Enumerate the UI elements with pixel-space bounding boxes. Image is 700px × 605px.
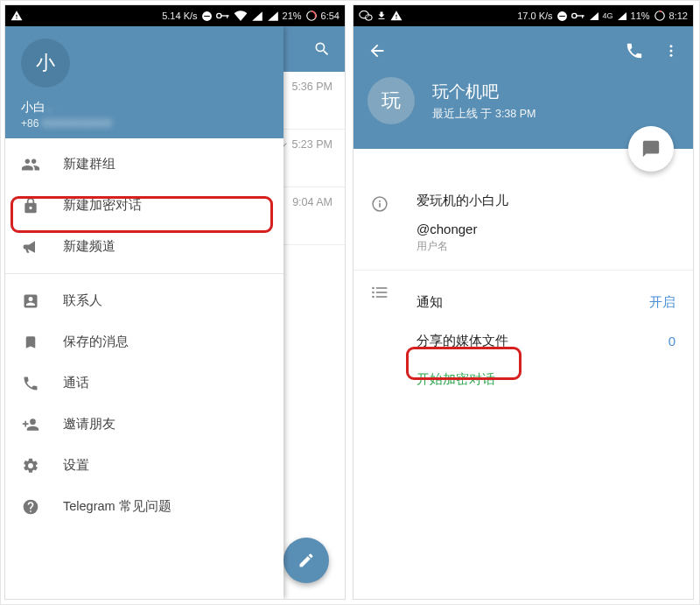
- profile-name: 玩个机吧: [432, 81, 536, 103]
- status-battery: 21%: [283, 11, 302, 21]
- profile-bio: 爱玩机的小白儿: [416, 193, 676, 209]
- person-add-icon: [21, 416, 40, 433]
- avatar[interactable]: 玩: [368, 77, 415, 124]
- phone-left: 5.14 K/s 21% 6:54 5:36 PM 5:23 PM )17) 1…: [4, 4, 346, 600]
- drawer-item-settings[interactable]: 设置: [5, 445, 284, 486]
- download-icon: [376, 10, 387, 22]
- notifications-label: 通知: [416, 294, 649, 311]
- drawer-item-invite[interactable]: 邀请朋友: [5, 404, 284, 445]
- status-battery: 11%: [631, 11, 650, 21]
- drawer-item-label: 通话: [63, 375, 89, 391]
- svg-point-24: [372, 287, 374, 290]
- phone-icon[interactable]: [625, 41, 644, 60]
- start-secret-chat[interactable]: 开始加密对话: [416, 360, 676, 398]
- minus-circle-icon: [556, 11, 568, 22]
- help-icon: [21, 498, 40, 516]
- drawer-item-saved[interactable]: 保存的消息: [5, 321, 284, 362]
- drawer-list: 新建群组 新建加密对话 新建频道 联系人 保存的消息: [5, 138, 284, 527]
- warning-icon: [390, 10, 402, 22]
- svg-rect-27: [376, 292, 388, 293]
- drawer-item-label: 新建频道: [63, 238, 116, 255]
- svg-rect-29: [376, 296, 388, 298]
- list-icon: [371, 283, 416, 398]
- drawer-item-label: 联系人: [63, 292, 102, 309]
- phone-right: 17.0 K/s 4G 11% 8:12 玩 玩个机吧 最近上线 于 3:38 …: [353, 4, 694, 600]
- drawer-item-faq[interactable]: Telegram 常见问题: [5, 486, 284, 527]
- username-label: 用户名: [416, 239, 676, 254]
- svg-point-20: [670, 54, 673, 57]
- key-icon: [571, 11, 585, 20]
- message-fab[interactable]: [628, 126, 674, 172]
- shared-media-label: 分享的媒体文件: [416, 333, 668, 349]
- signal-icon: [267, 11, 279, 21]
- drawer-item-label: Telegram 常见问题: [63, 498, 172, 515]
- shared-media-value: 0: [668, 334, 676, 348]
- drawer-item-new-group[interactable]: 新建群组: [5, 144, 284, 185]
- divider: [5, 273, 284, 274]
- phone-icon: [21, 375, 40, 392]
- start-secret-label: 开始加密对话: [416, 371, 495, 388]
- svg-point-26: [372, 292, 374, 294]
- drawer-item-label: 保存的消息: [63, 334, 129, 350]
- divider: [354, 270, 693, 271]
- gear-icon: [21, 457, 40, 475]
- svg-rect-16: [582, 15, 583, 18]
- battery-circle-icon: [305, 10, 318, 22]
- status-speed: 5.14 K/s: [162, 11, 197, 21]
- status-speed: 17.0 K/s: [517, 11, 552, 21]
- drawer-item-contacts[interactable]: 联系人: [5, 280, 284, 321]
- signal-icon: [589, 11, 599, 21]
- group-icon: [21, 155, 40, 174]
- megaphone-icon: [21, 238, 40, 256]
- svg-rect-4: [227, 15, 228, 18]
- profile-last-seen: 最近上线 于 3:38 PM: [432, 107, 536, 122]
- profile-username[interactable]: @chonger: [416, 222, 676, 236]
- drawer-item-label: 邀请朋友: [63, 416, 116, 433]
- svg-point-18: [670, 45, 673, 47]
- wechat-icon: [359, 10, 373, 22]
- svg-rect-22: [379, 203, 381, 208]
- shared-media-row[interactable]: 分享的媒体文件 0: [416, 321, 676, 360]
- drawer-phone: +86 000000000000: [21, 117, 268, 130]
- status-bar: 17.0 K/s 4G 11% 8:12: [354, 5, 693, 26]
- status-network: 4G: [603, 11, 613, 20]
- drawer-item-new-channel[interactable]: 新建频道: [5, 226, 284, 267]
- notifications-row[interactable]: 通知 开启: [416, 283, 676, 321]
- svg-point-19: [670, 50, 673, 53]
- notifications-value: 开启: [649, 294, 676, 311]
- nav-drawer: 小 小白.. +86 000000000000 新建群组 新建加密对话 新建频道: [5, 26, 284, 599]
- more-icon[interactable]: [663, 41, 679, 60]
- svg-rect-1: [204, 15, 210, 16]
- svg-point-14: [571, 13, 576, 18]
- pencil-icon: [298, 552, 315, 569]
- svg-point-2: [216, 13, 220, 18]
- warning-icon: [10, 10, 23, 22]
- drawer-item-label: 设置: [63, 457, 89, 474]
- status-time: 8:12: [669, 11, 688, 21]
- signal-icon: [617, 11, 627, 21]
- key-icon: [216, 11, 230, 20]
- svg-rect-25: [376, 287, 388, 289]
- drawer-item-calls[interactable]: 通话: [5, 362, 284, 404]
- minus-circle-icon: [201, 11, 213, 22]
- status-time: 6:54: [321, 11, 340, 21]
- drawer-item-label: 新建加密对话: [63, 197, 142, 214]
- contact-icon: [21, 292, 40, 310]
- back-icon[interactable]: [368, 41, 387, 60]
- chat-icon: [641, 139, 661, 158]
- drawer-item-label: 新建群组: [63, 156, 116, 172]
- search-icon[interactable]: [313, 40, 331, 58]
- profile-body: 爱玩机的小白儿 @chonger 用户名 通知 开启 分享的媒体文件: [354, 149, 693, 398]
- battery-circle-icon: [654, 10, 666, 22]
- avatar[interactable]: 小: [21, 39, 70, 88]
- drawer-header: 小 小白.. +86 000000000000: [5, 26, 284, 138]
- compose-fab[interactable]: [284, 538, 329, 583]
- lock-icon: [21, 197, 40, 215]
- svg-rect-13: [559, 15, 565, 16]
- svg-point-28: [372, 296, 374, 299]
- signal-icon: [251, 11, 263, 21]
- profile-header: 玩 玩个机吧 最近上线 于 3:38 PM: [354, 26, 693, 149]
- status-bar: 5.14 K/s 21% 6:54: [5, 5, 345, 26]
- info-icon: [371, 193, 416, 254]
- drawer-item-new-secret-chat[interactable]: 新建加密对话: [5, 185, 284, 226]
